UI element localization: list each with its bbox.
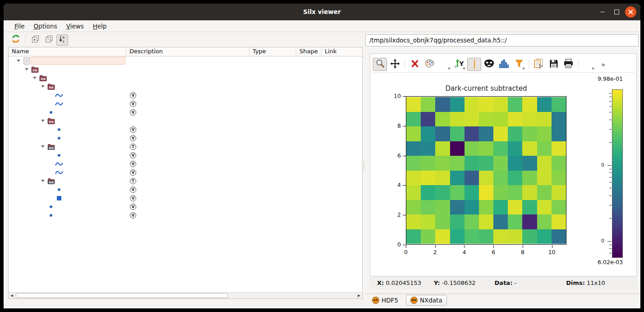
tab-hdf5[interactable]: h5 HDF5 <box>368 295 402 305</box>
tree-row-parameters[interactable]: nx <box>9 116 362 125</box>
copy-button[interactable] <box>532 58 546 71</box>
colorbar-tick <box>609 196 612 196</box>
more-button[interactable]: » <box>596 58 610 71</box>
heatmap-cell <box>406 171 421 186</box>
heatmap-cell <box>406 200 421 215</box>
tree-row-threshold[interactable]: V <box>9 134 362 142</box>
tree-row-plot1d[interactable]: nxT <box>9 142 362 151</box>
tree-row-dark_current_level[interactable]: V <box>9 125 362 134</box>
column-header-description[interactable]: Description <box>126 47 249 56</box>
expander-icon[interactable] <box>41 85 45 88</box>
circled-V-icon: V <box>130 152 136 158</box>
scrollbar-thumb[interactable] <box>16 293 228 298</box>
scroll-right-arrow-icon[interactable]: ▶ <box>356 293 362 298</box>
tree-row-x[interactable]: V <box>9 159 362 168</box>
x-tick-label: 0 <box>404 249 408 256</box>
heatmap-cell <box>537 229 552 244</box>
tree-row-title[interactable]: V <box>9 151 362 159</box>
column-header-link[interactable]: Link <box>322 47 362 56</box>
menu-help[interactable]: Help <box>88 22 111 31</box>
colormap-palette-button[interactable] <box>423 58 437 71</box>
dot-icon <box>55 128 63 131</box>
maximize-button[interactable] <box>611 6 622 18</box>
y-tick-label: 6 <box>388 152 401 159</box>
save-button[interactable] <box>547 58 561 71</box>
tree-row-title[interactable]: V <box>9 185 362 194</box>
heatmap-frame <box>406 96 566 245</box>
expander-icon[interactable] <box>25 68 28 70</box>
menu-file[interactable]: File <box>10 22 29 31</box>
tree-row-x[interactable]: V <box>9 91 362 99</box>
tree-row-data[interactable]: nx <box>9 82 362 91</box>
expander-icon[interactable] <box>41 180 45 182</box>
column-header-name[interactable]: Name <box>9 47 126 56</box>
colorbar-tick <box>609 169 612 169</box>
svg-text:nx: nx <box>49 120 53 124</box>
nx-icon: nx <box>47 118 55 124</box>
print-button[interactable] <box>561 58 575 71</box>
heatmap-cell <box>552 112 566 127</box>
minimize-button[interactable] <box>597 6 608 18</box>
histogram-button[interactable] <box>497 58 511 71</box>
tree-row-description[interactable]: V <box>9 108 362 116</box>
column-header-type[interactable]: Type <box>249 47 296 56</box>
column-header-shape[interactable]: Shape <box>296 47 322 56</box>
tree-row-processed_data.h5[interactable] <box>9 56 362 65</box>
plot-status-bar: X: 0.02045153 Y: -0.1508632 Data: - Dims… <box>370 276 637 289</box>
nxdata-icon: nx <box>47 144 55 150</box>
profile-line-button[interactable] <box>581 58 595 71</box>
close-button[interactable] <box>625 6 636 18</box>
zoom-button[interactable] <box>373 58 387 71</box>
x-tick-label: 6 <box>492 249 495 256</box>
colorbar[interactable] <box>612 89 623 258</box>
colorbar-tick-label: 0 <box>601 238 604 244</box>
menu-options[interactable]: Options <box>29 22 62 31</box>
heatmap-cell <box>537 126 552 141</box>
heatmap-cell <box>479 171 493 186</box>
tree-row-y[interactable]: V <box>9 168 362 177</box>
expand-all-button[interactable] <box>29 34 41 46</box>
expander-icon[interactable] <box>41 120 45 122</box>
view-tab-bar: h5 HDF5 NX NXdata <box>365 293 639 306</box>
heatmap-cell <box>508 97 522 112</box>
titlebar[interactable]: Silx viewer <box>4 4 640 20</box>
tree-row-version[interactable]: V <box>9 211 362 219</box>
dataset-path-field[interactable]: /tmp/silxdocs_obnjk7qg/processed_data.h5… <box>365 34 639 47</box>
wave-icon <box>55 170 63 175</box>
pan-button[interactable] <box>388 58 402 71</box>
heatmap-image[interactable] <box>406 97 566 244</box>
collapse-all-button[interactable] <box>43 34 55 46</box>
tree-row-entry[interactable]: nx <box>9 65 362 74</box>
y-tick-label: 2 <box>388 211 401 218</box>
reset-zoom-button[interactable] <box>408 58 422 71</box>
heatmap-cell <box>421 200 435 215</box>
plot-canvas[interactable]: Dark-current subtracted 02468100246810 9… <box>370 75 636 261</box>
more-icon: » <box>601 60 605 69</box>
heatmap-cell <box>552 97 566 112</box>
tree-row-y[interactable]: V <box>9 194 362 202</box>
filter-button[interactable] <box>512 58 526 71</box>
y-axis-orientation-button[interactable]: dY <box>452 58 466 71</box>
tree-row-process[interactable]: nx <box>9 74 362 82</box>
tree-row-y[interactable]: V <box>9 99 362 108</box>
refresh-button[interactable] <box>10 34 22 46</box>
heatmap-cell <box>493 97 508 112</box>
sort-button[interactable]: az <box>56 34 68 46</box>
dropdown-caret-icon <box>463 68 465 70</box>
aspect-ratio-button[interactable] <box>437 58 451 71</box>
expander-icon[interactable] <box>41 145 45 148</box>
tab-nxdata[interactable]: NX NXdata <box>406 295 447 306</box>
horizontal-scrollbar[interactable]: ◀ ▶ <box>9 292 362 298</box>
tree-row-plot2d[interactable]: nxT <box>9 177 362 185</box>
menu-views[interactable]: Views <box>62 22 88 31</box>
mask-button[interactable] <box>482 58 496 71</box>
heatmap-cell <box>435 214 450 229</box>
heatmap-cell <box>508 156 522 171</box>
scroll-left-arrow-icon[interactable]: ◀ <box>9 293 15 298</box>
expander-icon[interactable] <box>17 60 20 62</box>
heatmap-cell <box>537 185 552 200</box>
expander-icon[interactable] <box>33 77 37 79</box>
heatmap-cell <box>552 229 566 244</box>
colorbar-toggle-button[interactable] <box>467 58 481 71</box>
tree-row-software_name[interactable]: V <box>9 202 362 211</box>
